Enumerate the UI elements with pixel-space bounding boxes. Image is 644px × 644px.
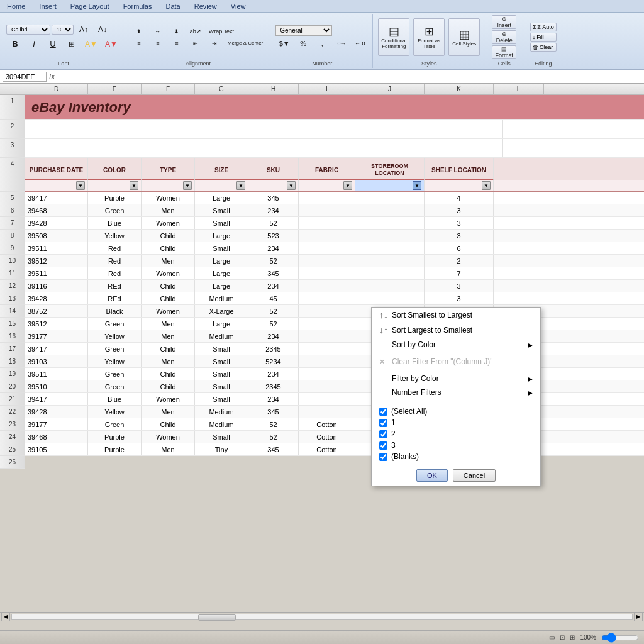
cell-0-1[interactable]: Purple bbox=[88, 192, 142, 204]
cell-5-2[interactable]: Men bbox=[142, 255, 195, 267]
cell-0-5[interactable] bbox=[299, 192, 355, 204]
cell-8-5[interactable] bbox=[299, 292, 355, 304]
empty-cell-2[interactable] bbox=[25, 139, 503, 157]
tab-insert[interactable]: Insert bbox=[32, 0, 64, 12]
cell-3-6[interactable] bbox=[355, 230, 425, 242]
normal-view-btn[interactable]: ▭ bbox=[549, 634, 555, 641]
cell-6-4[interactable]: 345 bbox=[248, 267, 299, 279]
filter-sku[interactable]: ▼ bbox=[248, 180, 299, 191]
orient-btn[interactable]: ab↗ bbox=[187, 26, 204, 36]
checkbox-val-1[interactable] bbox=[379, 419, 387, 427]
autosum-btn[interactable]: Σ Σ Auto bbox=[530, 23, 557, 31]
checkbox-val-2[interactable] bbox=[379, 430, 387, 438]
cell-16-1[interactable]: Blue bbox=[88, 393, 142, 405]
cell-19-0[interactable]: 39468 bbox=[25, 431, 88, 443]
checkbox-blanks[interactable] bbox=[379, 453, 387, 461]
filter-blanks[interactable]: (Blanks) bbox=[377, 451, 535, 462]
cell-11-0[interactable]: 39177 bbox=[25, 330, 88, 342]
cell-18-3[interactable]: Medium bbox=[195, 418, 248, 430]
cell-2-1[interactable]: Blue bbox=[88, 217, 142, 229]
scroll-thumb-h[interactable] bbox=[198, 614, 236, 621]
font-color-btn[interactable]: A▼ bbox=[102, 38, 121, 50]
cell-18-5[interactable]: Cotton bbox=[299, 418, 355, 430]
conditional-formatting-btn[interactable]: ▤ Conditional Formatting bbox=[378, 18, 409, 56]
filter-fabric[interactable]: ▼ bbox=[299, 180, 355, 191]
sort-asc-item[interactable]: ↑↓ Sort Smallest to Largest bbox=[372, 308, 540, 323]
cell-6-1[interactable]: Red bbox=[88, 267, 142, 279]
cell-12-5[interactable] bbox=[299, 343, 355, 355]
shrink-font-btn[interactable]: A↓ bbox=[94, 24, 111, 35]
cell-1-0[interactable]: 39468 bbox=[25, 204, 88, 216]
cell-1-3[interactable]: Small bbox=[195, 204, 248, 216]
col-g[interactable]: G bbox=[195, 84, 248, 94]
cell-4-1[interactable]: Red bbox=[88, 242, 142, 254]
page-break-view-btn[interactable]: ⊞ bbox=[570, 634, 575, 641]
filter-val-3[interactable]: 3 bbox=[377, 440, 535, 451]
cell-13-1[interactable]: Yellow bbox=[88, 355, 142, 367]
cell-9-0[interactable]: 38752 bbox=[25, 305, 88, 317]
tab-data[interactable]: Data bbox=[158, 0, 187, 12]
filter-type[interactable]: ▼ bbox=[142, 180, 195, 191]
tab-page-layout[interactable]: Page Layout bbox=[64, 0, 116, 12]
cell-19-5[interactable]: Cotton bbox=[299, 431, 355, 443]
cell-7-7[interactable]: 3 bbox=[425, 280, 494, 292]
cell-19-4[interactable]: 52 bbox=[248, 431, 299, 443]
cell-6-7[interactable]: 7 bbox=[425, 267, 494, 279]
cell-20-4[interactable]: 345 bbox=[248, 443, 299, 455]
filter-btn-date[interactable]: ▼ bbox=[76, 181, 85, 190]
cell-3-1[interactable]: Yellow bbox=[88, 230, 142, 242]
zoom-slider[interactable] bbox=[601, 633, 639, 643]
cell-12-2[interactable]: Child bbox=[142, 343, 195, 355]
cell-14-4[interactable]: 234 bbox=[248, 368, 299, 380]
cell-15-2[interactable]: Child bbox=[142, 380, 195, 392]
cell-5-1[interactable]: Red bbox=[88, 255, 142, 267]
cell-2-4[interactable]: 52 bbox=[248, 217, 299, 229]
filter-val-2[interactable]: 2 bbox=[377, 428, 535, 440]
cell-10-2[interactable]: Men bbox=[142, 318, 195, 330]
cell-1-4[interactable]: 234 bbox=[248, 204, 299, 216]
cell-3-0[interactable]: 39508 bbox=[25, 230, 88, 242]
filter-size[interactable]: ▼ bbox=[195, 180, 248, 191]
filter-btn-shelf[interactable]: ▼ bbox=[482, 181, 491, 190]
col-h[interactable]: H bbox=[248, 84, 299, 94]
cell-9-5[interactable] bbox=[299, 305, 355, 317]
tab-formulas[interactable]: Formulas bbox=[116, 0, 159, 12]
cell-6-3[interactable]: Large bbox=[195, 267, 248, 279]
cell-18-0[interactable]: 39177 bbox=[25, 418, 88, 430]
col-k[interactable]: K bbox=[425, 84, 494, 94]
cell-5-5[interactable] bbox=[299, 255, 355, 267]
filter-val-1[interactable]: 1 bbox=[377, 417, 535, 428]
format-as-table-btn[interactable]: ⊞ Format as Table bbox=[413, 18, 445, 56]
cell-18-4[interactable]: 52 bbox=[248, 418, 299, 430]
border-btn[interactable]: ⊞ bbox=[63, 38, 80, 50]
decimal-increase-btn[interactable]: .0→ bbox=[332, 38, 350, 48]
format-btn[interactable]: ▤ Format bbox=[492, 45, 516, 59]
cell-13-5[interactable] bbox=[299, 355, 355, 367]
align-right-btn[interactable]: ≡ bbox=[168, 38, 186, 48]
cell-8-1[interactable]: REd bbox=[88, 292, 142, 304]
cell-7-1[interactable]: REd bbox=[88, 280, 142, 292]
cell-3-7[interactable]: 3 bbox=[425, 230, 494, 242]
empty-cell-1[interactable] bbox=[25, 120, 503, 138]
cell-17-3[interactable]: Medium bbox=[195, 406, 248, 418]
cell-6-5[interactable] bbox=[299, 267, 355, 279]
cell-5-3[interactable]: Large bbox=[195, 255, 248, 267]
cell-14-1[interactable]: Green bbox=[88, 368, 142, 380]
cell-14-2[interactable]: Child bbox=[142, 368, 195, 380]
cell-4-0[interactable]: 39511 bbox=[25, 242, 88, 254]
cell-3-4[interactable]: 523 bbox=[248, 230, 299, 242]
cell-13-0[interactable]: 39103 bbox=[25, 355, 88, 367]
align-middle-btn[interactable]: ↔ bbox=[149, 26, 167, 36]
cell-0-2[interactable]: Women bbox=[142, 192, 195, 204]
filter-btn-color[interactable]: ▼ bbox=[130, 181, 138, 190]
cell-0-4[interactable]: 345 bbox=[248, 192, 299, 204]
cell-2-7[interactable]: 3 bbox=[425, 217, 494, 229]
cell-16-0[interactable]: 39417 bbox=[25, 393, 88, 405]
comma-btn[interactable]: , bbox=[313, 38, 331, 49]
cell-20-5[interactable]: Cotton bbox=[299, 443, 355, 455]
cell-4-7[interactable]: 6 bbox=[425, 242, 494, 254]
clear-filter-item[interactable]: ✕ Clear Filter From "(Column J)" bbox=[372, 355, 540, 369]
cell-7-2[interactable]: Child bbox=[142, 280, 195, 292]
cell-2-5[interactable] bbox=[299, 217, 355, 229]
col-j[interactable]: J bbox=[355, 84, 425, 94]
